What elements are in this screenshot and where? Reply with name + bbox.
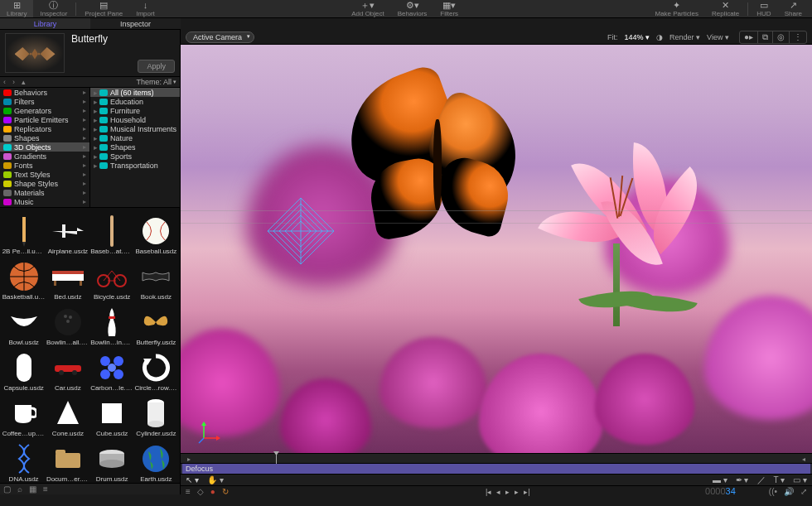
asset-item[interactable]: Capsule.usdz bbox=[2, 346, 46, 392]
tab-inspector[interactable]: Inspector bbox=[90, 18, 181, 29]
subcategory-item[interactable]: ▸Transportation bbox=[90, 161, 180, 170]
list-view-icon[interactable]: ≡ bbox=[43, 484, 48, 494]
nav-back-icon[interactable]: ‹ bbox=[3, 78, 6, 86]
category-replicators[interactable]: Replicators▸ bbox=[0, 124, 89, 133]
menu-icon[interactable]: ⋮ bbox=[790, 31, 806, 43]
subcategory-item[interactable]: ▸Musical Instruments bbox=[90, 124, 180, 133]
loop-icon[interactable]: ↻ bbox=[222, 487, 229, 496]
timeline-ruler[interactable]: ▸ ◂ bbox=[181, 454, 812, 464]
asset-item[interactable]: Cylinder.usdz bbox=[134, 392, 178, 437]
asset-item[interactable]: Earth.usdz bbox=[134, 437, 178, 483]
asset-item[interactable]: Drum.usdz bbox=[90, 437, 134, 483]
out-point-icon[interactable]: ◂ bbox=[802, 455, 805, 463]
asset-item[interactable]: Bowl.usdz bbox=[2, 301, 46, 346]
filters-button[interactable]: ▦▾Filters bbox=[433, 0, 465, 17]
volume-icon[interactable]: 🔊 bbox=[784, 487, 794, 496]
fit-value[interactable]: 144% ▾ bbox=[624, 33, 650, 41]
preview-thumbnail[interactable] bbox=[5, 33, 65, 73]
playhead[interactable] bbox=[276, 454, 277, 464]
canvas-viewport[interactable] bbox=[181, 45, 812, 453]
project-pane-button[interactable]: ▤Project Pane bbox=[78, 0, 129, 17]
hud-button[interactable]: ▭HUD bbox=[750, 0, 777, 17]
category-text-styles[interactable]: Text Styles▸ bbox=[0, 170, 89, 179]
category-3d-objects[interactable]: 3D Objects▸ bbox=[0, 142, 89, 152]
add-object-button[interactable]: ＋▾Add Object bbox=[345, 0, 391, 17]
grid-view-icon[interactable]: ▦ bbox=[29, 484, 36, 494]
asset-item[interactable]: Cone.usdz bbox=[46, 392, 89, 437]
asset-item[interactable]: Bed.usdz bbox=[46, 255, 89, 301]
inspector-button[interactable]: ⓘInspector bbox=[33, 0, 74, 17]
make-particles-button[interactable]: ✦Make Particles bbox=[648, 0, 704, 17]
category-photos[interactable]: Photos▸ bbox=[0, 206, 89, 207]
asset-item[interactable]: Bowlin…in.usdz bbox=[90, 301, 134, 346]
theme-selector[interactable]: Theme: All ▾ bbox=[136, 78, 176, 86]
category-generators[interactable]: Generators▸ bbox=[0, 106, 89, 115]
timecode-display[interactable]: 000034 bbox=[705, 486, 736, 497]
search-icon[interactable]: ⌕ bbox=[17, 484, 22, 494]
subcategory-item[interactable]: ▸Sports bbox=[90, 152, 180, 161]
subcategory-item[interactable]: ▸Shapes bbox=[90, 142, 180, 152]
asset-item[interactable]: Bicycle.usdz bbox=[90, 255, 134, 301]
timeline-clip[interactable]: Defocus bbox=[182, 464, 810, 474]
new-folder-icon[interactable]: ▢ bbox=[3, 484, 11, 494]
go-end-icon[interactable]: ▸| bbox=[524, 488, 529, 496]
apply-button[interactable]: Apply bbox=[138, 60, 175, 73]
keyframe-toggle-icon[interactable]: ◇ bbox=[197, 487, 204, 496]
record-keyframe-icon[interactable]: ● bbox=[210, 487, 215, 496]
subcategory-item[interactable]: ▸All (60 items) bbox=[90, 88, 180, 97]
share-button[interactable]: ↗Share bbox=[778, 0, 809, 17]
nav-up-icon[interactable]: ▴ bbox=[22, 78, 26, 86]
view-menu[interactable]: View ▾ bbox=[707, 33, 729, 41]
subcategory-item[interactable]: ▸Nature bbox=[90, 133, 180, 142]
asset-item[interactable]: Cube.usdz bbox=[90, 392, 134, 437]
asset-item[interactable]: Docum…er.usdz bbox=[46, 437, 89, 483]
library-button[interactable]: ⊞Library bbox=[0, 0, 33, 17]
asset-item[interactable]: Circle…row.usdz bbox=[134, 346, 178, 392]
subcategory-item[interactable]: ▸Household bbox=[90, 115, 180, 124]
asset-item[interactable]: Baseball.usdz bbox=[134, 210, 178, 255]
asset-item[interactable]: Baseb…at.usdz bbox=[90, 210, 134, 255]
color-toggle-icon[interactable]: ◑ bbox=[656, 33, 663, 41]
asset-item[interactable]: Carbon…le.usdz bbox=[90, 346, 134, 392]
category-gradients[interactable]: Gradients▸ bbox=[0, 152, 89, 161]
category-music[interactable]: Music▸ bbox=[0, 197, 89, 206]
mask-tool-icon[interactable]: ▭ ▾ bbox=[793, 475, 807, 484]
axis-gizmo[interactable] bbox=[197, 420, 222, 445]
category-fonts[interactable]: Fonts▸ bbox=[0, 161, 89, 170]
play-icon[interactable]: ▸ bbox=[505, 488, 510, 496]
fill-menu-icon[interactable]: ▬ ▾ bbox=[713, 475, 727, 484]
timeline-track[interactable]: Defocus bbox=[181, 464, 812, 474]
asset-item[interactable]: Bowlin…all.usdz bbox=[46, 301, 89, 346]
asset-item[interactable]: Coffee…up.usdz bbox=[2, 392, 46, 437]
render-menu[interactable]: Render ▾ bbox=[669, 33, 700, 41]
go-start-icon[interactable]: |◂ bbox=[486, 488, 491, 496]
import-button[interactable]: ↓Import bbox=[129, 0, 162, 17]
asset-item[interactable]: Car.usdz bbox=[46, 346, 89, 392]
asset-item[interactable]: 2B Pe…il.usdz bbox=[2, 210, 46, 255]
record-icon[interactable]: ●▸ bbox=[740, 31, 758, 43]
target-icon[interactable]: ◎ bbox=[773, 31, 790, 43]
crop-icon[interactable]: ⧉ bbox=[758, 31, 773, 43]
audio-toggle-icon[interactable]: ((• bbox=[769, 487, 777, 496]
category-shapes[interactable]: Shapes▸ bbox=[0, 133, 89, 142]
hand-tool-icon[interactable]: ✋ ▾ bbox=[207, 475, 224, 484]
brush-tool-icon[interactable]: ／ bbox=[757, 475, 766, 486]
category-materials[interactable]: Materials▸ bbox=[0, 188, 89, 197]
layers-toggle-icon[interactable]: ≡ bbox=[186, 487, 191, 496]
step-fwd-icon[interactable]: ▸ bbox=[515, 488, 519, 496]
asset-item[interactable]: Airplane.usdz bbox=[46, 210, 89, 255]
expand-icon[interactable]: ⤢ bbox=[800, 487, 807, 496]
behaviors-button[interactable]: ⚙▾Behaviors bbox=[391, 0, 434, 17]
category-particle-emitters[interactable]: Particle Emitters▸ bbox=[0, 115, 89, 124]
asset-item[interactable]: Book.usdz bbox=[134, 255, 178, 301]
asset-item[interactable]: Basketball.usdz bbox=[2, 255, 46, 301]
camera-selector[interactable]: Active Camera bbox=[186, 31, 254, 43]
category-shape-styles[interactable]: Shape Styles▸ bbox=[0, 179, 89, 188]
pointer-tool-icon[interactable]: ↖ ▾ bbox=[186, 475, 199, 484]
in-point-icon[interactable]: ▸ bbox=[187, 455, 191, 463]
nav-fwd-icon[interactable]: › bbox=[12, 78, 15, 86]
subcategory-item[interactable]: ▸Furniture bbox=[90, 106, 180, 115]
replicate-button[interactable]: ✕Replicate bbox=[705, 0, 746, 17]
tab-library[interactable]: Library bbox=[0, 18, 90, 29]
pen-tool-icon[interactable]: ✒ ▾ bbox=[736, 475, 749, 484]
